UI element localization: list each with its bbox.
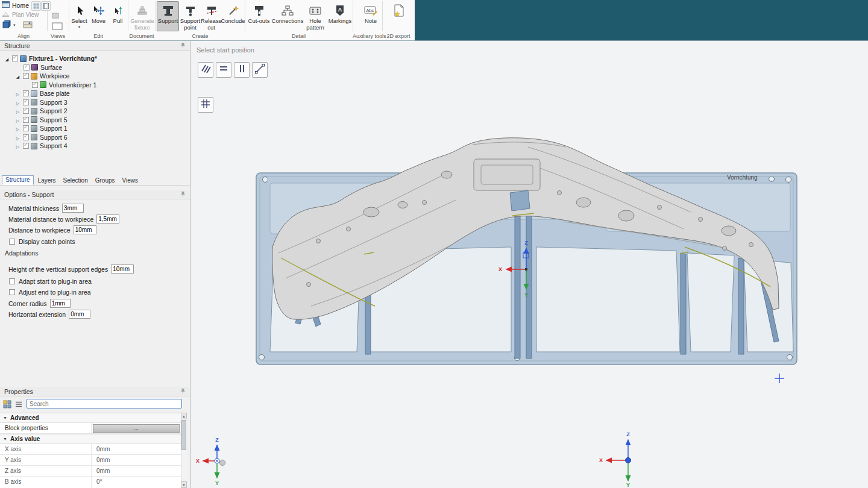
support-button[interactable]: Support (157, 1, 179, 31)
tree-item-base-plate[interactable]: Base plate (0, 89, 187, 98)
tree-checkbox[interactable] (32, 82, 38, 88)
tab-layers[interactable]: Layers (35, 177, 59, 185)
expander-closed-icon[interactable] (14, 142, 21, 149)
display-catch-points-checkbox[interactable] (9, 239, 15, 245)
markings-button[interactable]: A Markings (328, 1, 352, 31)
tree-item-support[interactable]: Support 1 (0, 124, 187, 133)
expander-closed-icon[interactable] (14, 125, 21, 132)
category-view-button[interactable] (2, 399, 12, 409)
conclude-button[interactable]: Conclude (222, 1, 244, 31)
tree-item-fixture[interactable]: Fixture1 - Vorrichtung* (0, 54, 187, 63)
views-option-button[interactable] (52, 11, 59, 22)
tree-item-volume[interactable]: Volumenkörper 1 (0, 81, 187, 90)
model-canvas[interactable]: Vorrichtung Z X Y Z X Y (190, 41, 868, 488)
tree-checkbox[interactable] (24, 64, 30, 70)
tree-item-support[interactable]: Support 5 (0, 116, 187, 125)
release-cut-button[interactable]: Release cut (201, 1, 221, 31)
tree-item-workpiece[interactable]: Workpiece (0, 72, 187, 81)
pin-icon[interactable] (180, 191, 186, 198)
tree-item-label[interactable]: Support 4 (40, 142, 68, 149)
2d-export-button[interactable] (391, 1, 407, 31)
tree-item-label[interactable]: Workpiece (40, 72, 69, 80)
note-button[interactable]: Abc Note (359, 1, 382, 31)
move-button[interactable]: Move (89, 1, 108, 31)
panel-toggle-button[interactable] (41, 1, 51, 11)
chevron-down-icon: ▾ (78, 25, 81, 30)
pin-icon[interactable] (180, 388, 186, 395)
home-menu-button[interactable]: Home ▾ (2, 1, 34, 9)
scrollbar-up-button[interactable]: ▲ (181, 413, 187, 419)
tree-checkbox[interactable] (23, 99, 29, 105)
search-input[interactable] (27, 399, 182, 408)
tab-groups[interactable]: Groups (92, 177, 118, 185)
connections-button[interactable]: Connections (272, 1, 303, 31)
support-point-button[interactable]: Support point (180, 1, 201, 31)
scrollbar-thumb[interactable] (181, 420, 186, 450)
list-view-button[interactable] (14, 399, 24, 409)
viewport[interactable]: Select start position (190, 41, 868, 488)
block-properties-button[interactable]: ... (93, 424, 180, 433)
cutouts-button[interactable]: Cut-outs (246, 1, 272, 31)
tree-item-label[interactable]: Support 6 (40, 134, 68, 141)
generate-fixture-button[interactable]: Generate fixture (129, 1, 156, 31)
tree-item-support[interactable]: Support 4 (0, 142, 187, 151)
advanced-section-header[interactable]: ▼ Advanced (0, 413, 181, 423)
expander-closed-icon[interactable] (14, 90, 21, 97)
select-button[interactable]: Select ▾ (70, 1, 89, 31)
material-distance-input[interactable] (96, 214, 119, 224)
tree-item-label[interactable]: Fixture1 - Vorrichtung* (29, 55, 97, 62)
tree-item-surface[interactable]: Surface (0, 63, 187, 72)
axis-value-section-header[interactable]: ▼ Axis value (0, 434, 181, 444)
tab-structure[interactable]: Structure (2, 175, 34, 185)
property-value[interactable]: 0° (92, 477, 181, 488)
tree-item-support[interactable]: Support 3 (0, 98, 187, 107)
pull-button[interactable]: Pull (108, 1, 127, 31)
tree-checkbox[interactable] (23, 117, 29, 123)
app-window-icon (2, 1, 10, 9)
distance-workpiece-input[interactable] (74, 225, 96, 234)
adjust-end-checkbox[interactable] (9, 289, 15, 295)
window-layout-button[interactable] (31, 1, 41, 11)
align-tool-button[interactable]: ▾ (2, 20, 16, 30)
tree-item-label[interactable]: Support 1 (40, 125, 68, 132)
tree-item-label[interactable]: Support 5 (40, 116, 68, 124)
tab-views[interactable]: Views (119, 177, 142, 185)
align-surface-button[interactable] (23, 20, 33, 31)
expander-closed-icon[interactable] (14, 99, 21, 106)
expander-closed-icon[interactable] (14, 107, 21, 114)
expander-closed-icon[interactable] (14, 134, 21, 141)
tree-checkbox[interactable] (23, 108, 29, 114)
expander-closed-icon[interactable] (14, 116, 21, 124)
tree-checkbox[interactable] (23, 134, 29, 140)
pin-icon[interactable] (180, 42, 186, 49)
tree-checkbox[interactable] (23, 90, 29, 96)
plan-view-button[interactable]: Plan View (2, 11, 39, 19)
tab-selection[interactable]: Selection (60, 177, 91, 185)
tree-checkbox[interactable] (23, 143, 29, 149)
corner-radius-input[interactable] (50, 299, 71, 308)
tree-item-label[interactable]: Support 2 (40, 107, 68, 114)
tree-item-support[interactable]: Support 6 (0, 133, 187, 142)
tree-item-label[interactable]: Base plate (40, 90, 70, 97)
tree-checkbox[interactable] (23, 73, 29, 79)
expander-open-icon[interactable] (14, 72, 21, 80)
horizontal-extension-input[interactable] (69, 310, 90, 319)
tree-item-label[interactable]: Volumenkörper 1 (49, 81, 96, 89)
tree-checkbox[interactable] (23, 125, 29, 131)
expander-open-icon[interactable] (4, 55, 10, 62)
vertical-edges-input[interactable] (111, 264, 134, 274)
tree-item-label[interactable]: Support 3 (40, 99, 68, 106)
adapt-start-checkbox[interactable] (9, 278, 15, 284)
property-value[interactable]: 0mm (92, 466, 181, 476)
views-small-icon (52, 11, 59, 21)
property-value[interactable]: 0mm (92, 455, 181, 465)
tree-checkbox[interactable] (12, 55, 18, 61)
material-thickness-input[interactable] (62, 204, 84, 213)
field-label: Material thickness (8, 205, 59, 212)
views-viewport-button[interactable] (52, 22, 63, 33)
property-value[interactable]: 0mm (92, 444, 181, 454)
tree-item-label[interactable]: Surface (40, 64, 62, 71)
scrollbar-down-button[interactable]: ▼ (181, 481, 187, 488)
hole-pattern-button[interactable]: Hole pattern (303, 1, 327, 31)
tree-item-support[interactable]: Support 2 (0, 107, 187, 116)
